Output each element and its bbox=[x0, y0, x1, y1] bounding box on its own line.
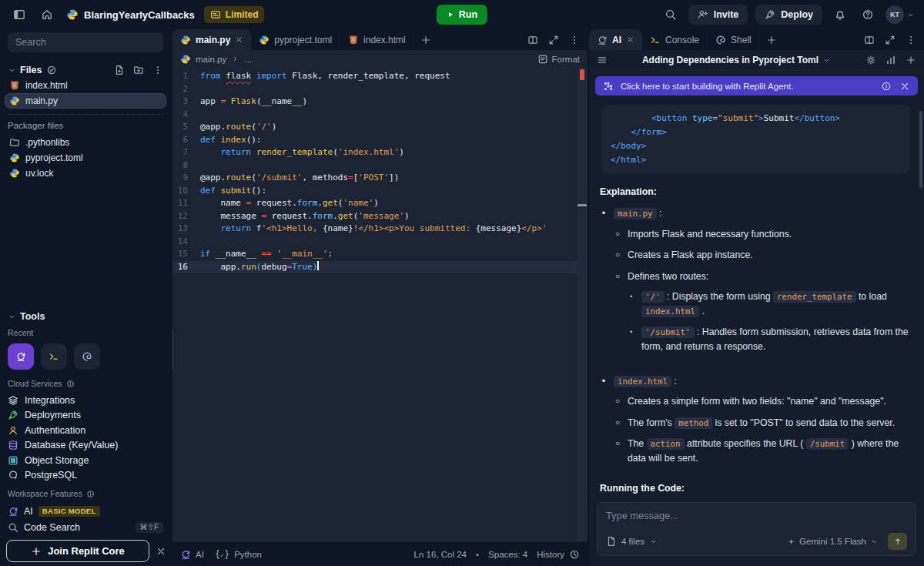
code-line[interactable]: 7 return render_template('index.html') bbox=[172, 146, 588, 159]
run-button[interactable]: Run bbox=[437, 5, 487, 25]
info-icon[interactable] bbox=[881, 81, 892, 92]
code-line[interactable]: 8 bbox=[172, 159, 588, 172]
chat-title-dropdown[interactable]: Adding Dependencies in Pyproject Toml bbox=[614, 55, 859, 65]
tools-header[interactable]: Tools bbox=[8, 311, 163, 322]
sidebar-item-deployments[interactable]: Deployments bbox=[8, 408, 163, 424]
code-line[interactable]: 15if __name__ == '__main__': bbox=[172, 248, 588, 261]
new-tab-button[interactable] bbox=[760, 29, 783, 50]
sidebar-item-postgresql[interactable]: PostgreSQL bbox=[8, 468, 163, 484]
chat-input[interactable]: Type message... 4 files Gemini 1.5 Flash bbox=[597, 502, 916, 556]
new-file-icon[interactable] bbox=[114, 65, 125, 75]
info-icon[interactable] bbox=[66, 380, 75, 388]
split-view-icon[interactable] bbox=[527, 35, 538, 45]
code-line[interactable]: 10def submit(): bbox=[172, 185, 588, 198]
code-line[interactable]: 14 bbox=[172, 236, 588, 249]
panel-toggle-button[interactable] bbox=[9, 5, 29, 25]
account-menu[interactable]: KT bbox=[886, 5, 915, 24]
code-line[interactable]: 3app = Flask(__name__) bbox=[172, 95, 588, 109]
pane-menu-icon[interactable] bbox=[906, 35, 916, 45]
invite-button[interactable]: Invite bbox=[688, 5, 748, 25]
code-line[interactable]: 4 bbox=[172, 109, 588, 122]
cursor-position[interactable]: Ln 16, Col 24 bbox=[414, 550, 467, 559]
history-button[interactable]: History bbox=[537, 549, 580, 560]
pane-resize-handle[interactable] bbox=[172, 330, 173, 370]
code-line[interactable]: 1from flask import Flask, render_templat… bbox=[172, 70, 588, 83]
sidebar-item-ai[interactable]: AI BASIC MODEL bbox=[8, 503, 163, 519]
info-icon[interactable] bbox=[86, 490, 95, 498]
close-icon[interactable] bbox=[899, 81, 910, 92]
code-token: app bbox=[200, 95, 221, 109]
close-icon[interactable] bbox=[235, 35, 243, 44]
sidebar-item-integrations[interactable]: Integrations bbox=[8, 393, 163, 408]
editor-scrollbar[interactable] bbox=[577, 68, 588, 541]
console-tool-button[interactable] bbox=[41, 343, 67, 370]
join-replit-core-button[interactable]: Join Replit Core bbox=[6, 540, 149, 562]
notifications-button[interactable] bbox=[830, 5, 850, 25]
list-item: ○Defines two routes:▪'/' : Displays the … bbox=[614, 270, 912, 360]
new-chat-icon[interactable] bbox=[906, 55, 916, 65]
sidebar-item-code-search[interactable]: Code Search ⌘⇧F bbox=[8, 519, 163, 535]
file-visibility-icon[interactable] bbox=[46, 65, 57, 75]
code-line[interactable]: 2 bbox=[172, 83, 588, 96]
model-selector[interactable]: Gemini 1.5 Flash bbox=[787, 537, 879, 546]
search-button[interactable] bbox=[661, 5, 681, 25]
tab-main-py[interactable]: main.py bbox=[172, 29, 251, 50]
status-ai[interactable]: AI bbox=[180, 549, 204, 560]
file-item--pythonlibs[interactable]: .pythonlibs bbox=[5, 135, 166, 150]
code-token: route bbox=[226, 172, 251, 185]
chat-scrollbar[interactable] bbox=[919, 111, 922, 188]
settings-gear-icon[interactable] bbox=[865, 55, 876, 65]
file-item-index-html[interactable]: 5index.html bbox=[5, 78, 166, 93]
chevron-down-icon[interactable] bbox=[8, 66, 16, 75]
shell-icon bbox=[715, 35, 726, 45]
expand-icon[interactable] bbox=[885, 35, 896, 45]
file-item-pyproject-toml[interactable]: pyproject.toml bbox=[5, 150, 166, 166]
workspace-chip[interactable]: BlaringYearlyCallbacks bbox=[65, 8, 196, 21]
agent-banner[interactable]: Click here to start building with Replit… bbox=[595, 76, 918, 95]
code-line[interactable]: 9@app.route('/submit', methods=['POST']) bbox=[172, 172, 588, 185]
sidebar-search-input[interactable]: Search bbox=[8, 32, 163, 52]
tab-shell[interactable]: Shell bbox=[708, 29, 760, 50]
split-view-icon[interactable] bbox=[864, 35, 875, 45]
file-item-uv-lock[interactable]: uv.lock bbox=[5, 166, 166, 181]
sidebar-item-object-storage[interactable]: Object Storage bbox=[8, 453, 163, 468]
pane-menu-icon[interactable] bbox=[569, 35, 580, 45]
usage-stats-icon[interactable] bbox=[886, 55, 896, 65]
limited-badge[interactable]: Limited bbox=[204, 6, 265, 23]
code-line[interactable]: 16 app.run(debug=True) bbox=[172, 261, 588, 274]
ai-tool-button[interactable] bbox=[8, 343, 34, 370]
status-language[interactable]: {✓} Python bbox=[215, 549, 262, 560]
home-button[interactable] bbox=[37, 5, 57, 25]
sidebar-item-database-key-value-[interactable]: Database (Key/Value) bbox=[8, 438, 163, 454]
code-line[interactable]: 5@app.route('/') bbox=[172, 121, 588, 134]
tab-index-html[interactable]: 5index.html bbox=[340, 29, 414, 50]
deploy-button[interactable]: Deploy bbox=[755, 5, 822, 25]
file-item-main-py[interactable]: main.py bbox=[5, 93, 166, 109]
files-menu-icon[interactable] bbox=[152, 65, 163, 75]
expand-icon[interactable] bbox=[548, 35, 559, 45]
new-folder-icon[interactable] bbox=[133, 65, 144, 75]
context-files-dropdown[interactable]: 4 files bbox=[606, 536, 658, 547]
spaces-setting[interactable]: Spaces: 4 bbox=[488, 550, 527, 559]
code-editor[interactable]: 1from flask import Flask, render_templat… bbox=[172, 68, 588, 541]
breadcrumb-more[interactable]: ... bbox=[244, 55, 252, 64]
tab-console[interactable]: Console bbox=[642, 29, 708, 50]
help-button[interactable] bbox=[858, 5, 878, 25]
sidebar-item-authentication[interactable]: Authentication bbox=[8, 423, 163, 438]
close-icon[interactable] bbox=[156, 546, 166, 557]
code-line[interactable]: 6def index(): bbox=[172, 134, 588, 147]
close-icon[interactable] bbox=[626, 35, 634, 44]
shell-tool-button[interactable] bbox=[74, 343, 100, 370]
format-button[interactable]: Format bbox=[537, 54, 580, 65]
chat-list-menu-icon[interactable] bbox=[597, 55, 608, 65]
code-token: (): bbox=[251, 185, 266, 198]
code-token: 'index.html' bbox=[338, 146, 399, 159]
tab-ai[interactable]: AI bbox=[589, 29, 642, 50]
code-line[interactable]: 11 name = request.form.get('name') bbox=[172, 197, 588, 210]
tab-pyproject-toml[interactable]: pyproject.toml bbox=[251, 29, 340, 50]
code-line[interactable]: 12 message = request.form.get('message') bbox=[172, 210, 588, 223]
code-line[interactable]: 13 return f'<h1>Hello, {name}!</h1><p>Yo… bbox=[172, 223, 588, 236]
breadcrumb-file[interactable]: main.py bbox=[196, 55, 226, 64]
new-tab-button[interactable] bbox=[414, 29, 437, 50]
send-button[interactable] bbox=[888, 533, 907, 550]
